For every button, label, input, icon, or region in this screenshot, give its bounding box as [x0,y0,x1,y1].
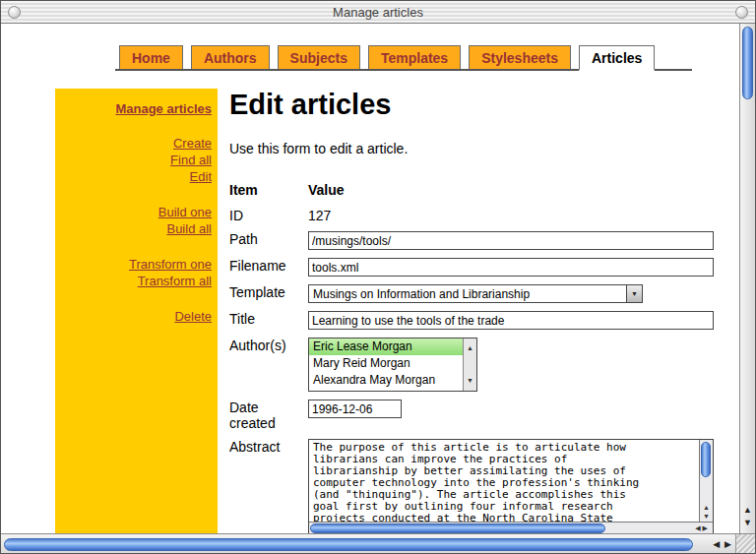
sidebar: Manage articles Create Find all Edit Bui… [55,89,218,533]
id-value: 127 [308,206,714,223]
column-header-value: Value [308,180,714,198]
sidebar-item-find-all[interactable]: Find all [63,152,212,168]
page-content: Home Authors Subjects Templates Styleshe… [1,24,739,533]
tab-articles[interactable]: Articles [579,45,655,71]
tab-templates[interactable]: Templates [368,45,461,69]
collapse-button[interactable] [735,6,748,19]
scroll-right-icon[interactable]: ▶ [703,524,710,531]
tab-authors[interactable]: Authors [191,45,270,69]
sidebar-item-transform-all[interactable]: Transform all [63,273,212,289]
close-button[interactable] [8,6,21,19]
id-label: ID [229,206,308,223]
tab-bar: Home Authors Subjects Templates Styleshe… [115,45,692,71]
scroll-down-button[interactable]: ▼ [740,517,755,529]
authors-row: Author(s) Eric Lease Morgan Mary Reid Mo… [229,336,714,392]
edit-article-form: Item Value ID 127 Path Filename [229,180,714,533]
scrollbar-thumb[interactable] [701,442,711,477]
author-option[interactable]: Alexandra May Morgan [309,372,463,389]
date-created-label: Date created [229,398,308,431]
tab-stylesheets[interactable]: Stylesheets [469,45,571,69]
sidebar-item-transform-one[interactable]: Transform one [63,256,212,273]
window-title: Manage articles [21,5,735,20]
scroll-up-icon[interactable]: ▲ [700,503,713,512]
sidebar-item-build-one[interactable]: Build one [63,204,212,220]
abstract-row: Abstract The purpose of this article is … [229,437,714,533]
title-bar: Manage articles [1,1,755,24]
scrollbar-thumb[interactable] [310,523,605,533]
abstract-text: The purpose of this article is to articu… [309,440,699,522]
template-label: Template [229,282,308,300]
scroll-left-button[interactable]: ◀ [713,538,720,551]
tab-home[interactable]: Home [119,45,183,69]
path-input[interactable] [308,231,714,250]
path-row: Path [229,229,714,250]
scroll-down-icon[interactable]: ▼ [700,512,713,521]
tab-subjects[interactable]: Subjects [278,45,360,69]
scroll-right-button[interactable]: ▶ [724,538,731,551]
title-row: Title [229,309,714,330]
scroll-up-icon[interactable]: ▲ [467,340,473,356]
scroll-down-icon[interactable]: ▼ [467,373,473,389]
sidebar-item-build-all[interactable]: Build all [63,220,212,237]
authors-label: Author(s) [229,336,308,353]
date-created-input[interactable] [308,400,402,418]
sidebar-item-manage-articles[interactable]: Manage articles [63,100,212,117]
author-option-selected[interactable]: Eric Lease Morgan [309,339,463,355]
template-row: Template Musings on Information and Libr… [229,282,714,303]
chevron-down-icon: ▼ [626,285,642,302]
filename-input[interactable] [308,258,714,277]
author-option[interactable]: Mary Reid Morgan [309,355,463,372]
scrollbar-thumb[interactable] [4,538,693,551]
page-title: Edit articles [229,89,714,121]
vertical-scrollbar[interactable]: ▲ ▼ [739,24,755,533]
sidebar-item-edit[interactable]: Edit [63,168,212,185]
sidebar-item-create[interactable]: Create [63,135,212,152]
sidebar-item-delete[interactable]: Delete [63,308,212,325]
id-row: ID 127 [229,206,714,223]
template-select[interactable]: Musings on Information and Librarianship… [308,284,643,303]
listbox-scrollbar[interactable]: ▲ ▼ [463,339,476,391]
filename-label: Filename [229,256,308,274]
filename-row: Filename [229,256,714,277]
abstract-horizontal-scrollbar[interactable]: ◀▶ [309,522,713,533]
abstract-textarea[interactable]: The purpose of this article is to articu… [308,439,714,533]
path-label: Path [229,229,308,247]
resize-grip[interactable] [735,534,755,554]
scrollbar-thumb[interactable] [742,27,753,99]
title-input[interactable] [308,311,714,330]
abstract-label: Abstract [229,437,308,455]
main-content: Edit articles Use this form to edit a ar… [229,89,714,533]
horizontal-scrollbar[interactable]: ◀ ▶ [1,533,755,554]
scroll-up-button[interactable]: ▲ [740,504,755,517]
scroll-left-icon[interactable]: ◀ [695,524,702,531]
template-select-value: Musings on Information and Librarianship [309,286,626,302]
intro-text: Use this form to edit a article. [229,141,714,156]
column-header-item: Item [229,180,308,198]
date-created-row: Date created [229,398,714,431]
title-label: Title [229,309,308,327]
app-window: Manage articles Home Authors Subjects Te… [0,0,756,554]
abstract-vertical-scrollbar[interactable]: ▲ ▼ [699,440,713,522]
authors-listbox[interactable]: Eric Lease Morgan Mary Reid Morgan Alexa… [308,338,477,392]
